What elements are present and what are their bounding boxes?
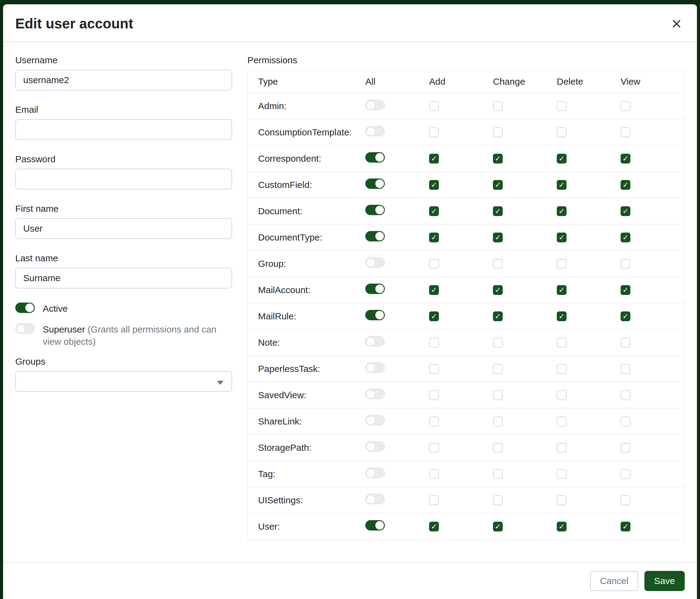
permission-view-checkbox[interactable] [621,285,630,295]
close-icon[interactable]: × [670,15,683,32]
permission-view-checkbox[interactable] [621,311,630,321]
permission-view-checkbox[interactable] [621,496,630,505]
permission-view-checkbox[interactable] [621,364,630,374]
column-header-add: Add [429,76,493,87]
permission-all-toggle[interactable] [365,336,385,346]
permission-view-checkbox[interactable] [621,180,630,190]
permission-all-toggle[interactable] [365,231,385,241]
permission-change-checkbox[interactable] [493,233,503,242]
permission-change-checkbox[interactable] [493,127,503,137]
permission-all-toggle[interactable] [365,441,385,452]
permission-view-checkbox[interactable] [621,259,630,269]
permission-delete-checkbox[interactable] [557,338,567,348]
permission-change-checkbox[interactable] [493,206,503,216]
permission-delete-checkbox[interactable] [557,285,567,295]
permission-change-checkbox[interactable] [493,364,503,374]
permission-all-toggle[interactable] [365,494,385,504]
chevron-down-icon [217,381,224,385]
permission-change-checkbox[interactable] [493,522,503,531]
permission-delete-checkbox[interactable] [557,101,567,111]
permission-view-checkbox[interactable] [621,101,630,111]
permission-all-toggle[interactable] [365,284,385,294]
permission-delete-checkbox[interactable] [557,259,567,269]
permission-add-checkbox[interactable] [429,364,439,374]
permission-delete-checkbox[interactable] [557,443,567,453]
permission-delete-checkbox[interactable] [557,206,567,216]
last-name-field[interactable] [15,268,232,288]
permission-view-checkbox[interactable] [621,127,630,137]
permission-view-checkbox[interactable] [621,233,630,242]
permission-all-toggle[interactable] [365,362,385,373]
permission-add-checkbox[interactable] [429,522,439,531]
permission-change-checkbox[interactable] [493,285,503,295]
permission-change-checkbox[interactable] [493,416,503,426]
cancel-button[interactable]: Cancel [590,571,638,591]
permission-all-toggle[interactable] [365,257,385,268]
permission-view-checkbox[interactable] [621,154,630,164]
permission-change-checkbox[interactable] [493,180,503,190]
password-field[interactable] [15,169,232,190]
permission-change-checkbox[interactable] [493,101,503,111]
permission-view-checkbox[interactable] [621,338,630,348]
permission-delete-checkbox[interactable] [557,311,567,321]
save-button[interactable]: Save [644,571,685,591]
permission-all-toggle[interactable] [365,205,385,215]
permission-add-checkbox[interactable] [429,206,439,216]
permission-add-checkbox[interactable] [429,469,439,479]
permission-add-checkbox[interactable] [429,338,439,348]
permission-view-checkbox[interactable] [621,469,630,479]
permission-delete-checkbox[interactable] [557,364,567,374]
permission-add-checkbox[interactable] [429,154,439,164]
permission-change-checkbox[interactable] [493,311,503,321]
permission-add-checkbox[interactable] [429,311,439,321]
permission-all-toggle[interactable] [365,178,385,189]
first-name-field[interactable] [15,218,232,239]
permission-add-checkbox[interactable] [429,233,439,242]
permission-change-checkbox[interactable] [493,154,503,164]
permission-view-checkbox[interactable] [621,416,630,426]
permission-delete-checkbox[interactable] [557,127,567,137]
permission-add-checkbox[interactable] [429,496,439,505]
active-toggle[interactable] [15,303,35,313]
permission-delete-checkbox[interactable] [557,390,567,400]
permission-view-checkbox[interactable] [621,206,630,216]
permission-add-checkbox[interactable] [429,127,439,137]
permission-delete-checkbox[interactable] [557,233,567,242]
permission-delete-checkbox[interactable] [557,496,567,505]
permission-delete-checkbox[interactable] [557,154,567,164]
permission-all-toggle[interactable] [365,468,385,478]
permission-all-toggle[interactable] [365,310,385,320]
permission-all-toggle[interactable] [365,126,385,136]
permission-add-checkbox[interactable] [429,101,439,111]
permission-add-checkbox[interactable] [429,180,439,190]
permission-view-checkbox[interactable] [621,522,630,531]
column-header-type: Type [248,76,365,87]
permission-add-checkbox[interactable] [429,416,439,426]
superuser-toggle[interactable] [15,324,35,334]
permission-all-toggle[interactable] [365,152,385,163]
permission-delete-checkbox[interactable] [557,416,567,426]
email-field[interactable] [15,119,232,140]
permission-change-checkbox[interactable] [493,469,503,479]
permission-view-checkbox[interactable] [621,443,630,453]
permission-delete-checkbox[interactable] [557,522,567,531]
permission-add-checkbox[interactable] [429,443,439,453]
permission-all-toggle[interactable] [365,520,385,530]
permission-change-checkbox[interactable] [493,443,503,453]
username-input[interactable] [15,70,232,91]
permission-change-checkbox[interactable] [493,338,503,348]
permission-change-checkbox[interactable] [493,390,503,400]
permission-view-checkbox[interactable] [621,390,630,400]
permission-change-checkbox[interactable] [493,259,503,269]
permissions-table: Type All Add Change Delete View Admin: C… [247,70,685,540]
groups-select[interactable] [15,371,232,392]
permission-add-checkbox[interactable] [429,390,439,400]
permission-all-toggle[interactable] [365,415,385,425]
permission-all-toggle[interactable] [365,100,385,110]
permission-change-checkbox[interactable] [493,496,503,505]
permission-delete-checkbox[interactable] [557,180,567,190]
permission-delete-checkbox[interactable] [557,469,567,479]
permission-add-checkbox[interactable] [429,285,439,295]
permission-all-toggle[interactable] [365,389,385,399]
permission-add-checkbox[interactable] [429,259,439,269]
